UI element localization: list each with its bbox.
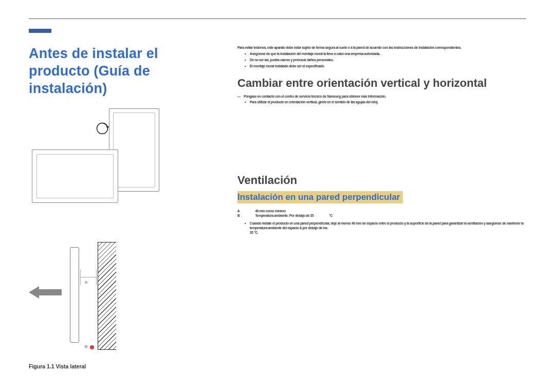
- side-view-figure: A B: [29, 242, 193, 360]
- orientation-diagram: [32, 108, 160, 211]
- rotate-clockwise-icon: [95, 121, 110, 136]
- figure-caption: Figura 1.1 Vista lateral: [29, 363, 219, 369]
- spacer: [237, 105, 526, 166]
- ventilation-specs: A 40 mm como mínimo B Temperatura ambien…: [237, 209, 526, 218]
- ventilation-notes: Cuando instale el producto en una pared …: [245, 221, 526, 235]
- ventilation-bullet: Cuando instale el producto en una pared …: [245, 221, 526, 235]
- spec-a-label: A: [237, 209, 239, 213]
- page-body: Antes de instalar el producto (Guía de i…: [29, 45, 526, 377]
- panel-landscape: [32, 150, 118, 203]
- warning-item: De no ser así, podría caerse y provocar …: [245, 58, 526, 62]
- top-rule: [29, 18, 526, 19]
- temperature-point-icon: [90, 345, 94, 349]
- ventilation-bullet-tail: 35 °C.: [250, 231, 258, 234]
- orientation-info: ― Póngase en contacto con el centro de s…: [237, 94, 526, 104]
- dimension-label-b: B: [85, 344, 87, 349]
- spec-b-unit: °C: [329, 213, 332, 218]
- warning-item: El montaje mural instalado debe ser el e…: [245, 64, 526, 68]
- product-side: [70, 247, 79, 343]
- spec-b-label: B: [237, 213, 239, 218]
- orientation-heading: Cambiar entre orientación vertical y hor…: [237, 77, 526, 90]
- wall-hatch: [98, 242, 116, 350]
- note-dash: ―: [237, 94, 240, 99]
- dimension-label-a: A: [85, 280, 87, 285]
- ventilation-bullet-text: Cuando instale el producto en una pared …: [250, 221, 524, 230]
- arrow-left-icon: [29, 285, 62, 300]
- spec-a-value: 40 mm como mínimo: [255, 209, 286, 213]
- spec-b-value: Temperatura ambiente: Por debajo de 35: [255, 213, 313, 218]
- gap-dimension: [80, 277, 97, 277]
- ventilation-heading: Ventilación: [237, 174, 526, 187]
- orientation-note: Póngase en contacto con el centro de ser…: [244, 94, 386, 99]
- left-column: Antes de instalar el producto (Guía de i…: [29, 45, 219, 377]
- ventilation-subheading: Instalación en una pared perpendicular: [237, 191, 403, 203]
- orientation-bullet: Para utilizar el producto en orientación…: [245, 100, 526, 104]
- warning-item: Asegúrese de que la instalación del mont…: [245, 51, 526, 56]
- svg-marker-1: [106, 127, 109, 129]
- accent-bar: [29, 29, 51, 33]
- page-title: Antes de instalar el producto (Guía de i…: [29, 45, 219, 97]
- svg-marker-2: [29, 286, 62, 298]
- safety-warning: Para evitar lesiones, este aparato debe …: [237, 45, 526, 68]
- right-column: Para evitar lesiones, este aparato debe …: [237, 45, 526, 377]
- warning-intro: Para evitar lesiones, este aparato debe …: [237, 45, 505, 50]
